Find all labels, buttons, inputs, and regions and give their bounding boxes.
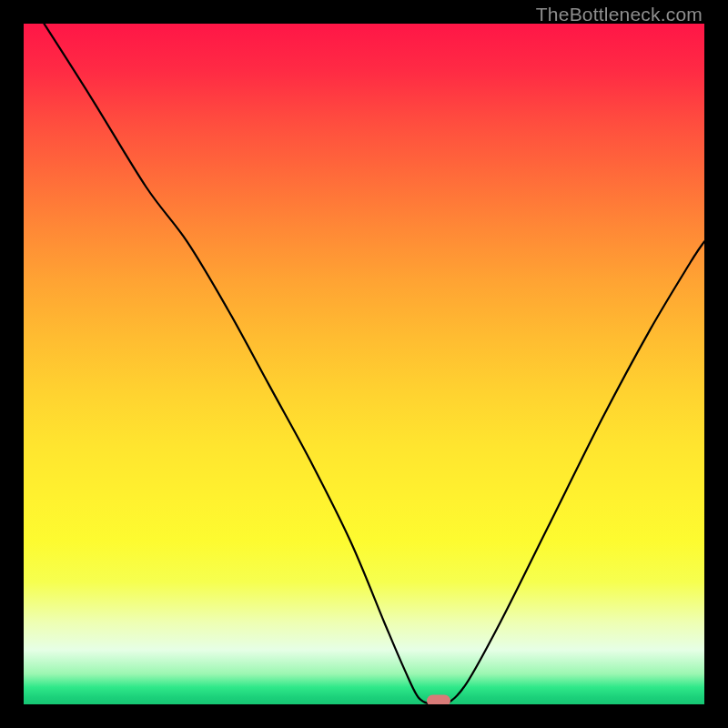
watermark-text: TheBottleneck.com xyxy=(536,4,703,25)
curve-layer xyxy=(24,24,704,704)
chart-frame: TheBottleneck.com xyxy=(0,0,728,728)
plot-area xyxy=(24,24,704,704)
bottleneck-curve xyxy=(44,24,704,704)
optimal-marker xyxy=(427,695,450,705)
